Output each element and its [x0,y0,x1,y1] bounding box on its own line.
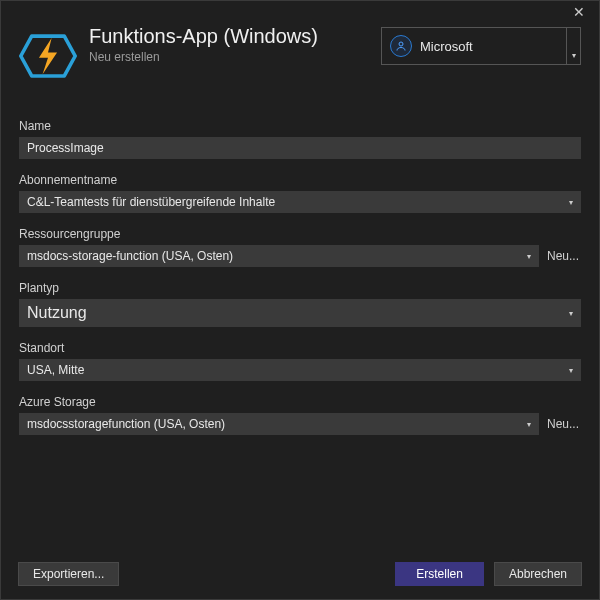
close-icon[interactable]: ✕ [567,4,591,20]
storage-new-link[interactable]: Neu... [545,413,581,435]
user-icon [390,35,412,57]
subscription-select[interactable]: C&L-Teamtests für dienstübergreifende In… [19,191,581,213]
subscription-label: Abonnementname [19,173,581,187]
name-label: Name [19,119,581,133]
create-button[interactable]: Erstellen [395,562,484,586]
plantype-select[interactable]: Nutzung ▾ [19,299,581,327]
location-select[interactable]: USA, Mitte ▾ [19,359,581,381]
resourcegroup-new-link[interactable]: Neu... [545,245,581,267]
export-button[interactable]: Exportieren... [18,562,119,586]
location-value: USA, Mitte [27,363,84,377]
storage-value: msdocsstoragefunction (USA, Osten) [27,417,225,431]
resourcegroup-select[interactable]: msdocs-storage-function (USA, Osten) ▾ [19,245,539,267]
location-label: Standort [19,341,581,355]
storage-select[interactable]: msdocsstoragefunction (USA, Osten) ▾ [19,413,539,435]
subscription-value: C&L-Teamtests für dienstübergreifende In… [27,195,275,209]
dialog-subtitle: Neu erstellen [89,50,381,64]
name-input[interactable] [19,137,581,159]
resourcegroup-label: Ressourcengruppe [19,227,581,241]
chevron-down-icon: ▾ [566,28,580,64]
account-name: Microsoft [420,39,473,54]
chevron-down-icon: ▾ [569,366,573,375]
chevron-down-icon: ▾ [569,309,573,318]
cancel-button[interactable]: Abbrechen [494,562,582,586]
functions-logo-icon [19,27,77,85]
plantype-label: Plantyp [19,281,581,295]
chevron-down-icon: ▾ [527,252,531,261]
resourcegroup-value: msdocs-storage-function (USA, Osten) [27,249,233,263]
chevron-down-icon: ▾ [569,198,573,207]
account-selector[interactable]: Microsoft ▾ [381,27,581,65]
dialog-footer: Exportieren... Erstellen Abbrechen [0,548,600,600]
svg-point-1 [399,42,403,46]
chevron-down-icon: ▾ [527,420,531,429]
storage-label: Azure Storage [19,395,581,409]
plantype-value: Nutzung [27,304,87,322]
dialog-title: Funktions-App (Windows) [89,25,381,48]
dialog-header: Funktions-App (Windows) Neu erstellen Mi… [1,23,599,95]
